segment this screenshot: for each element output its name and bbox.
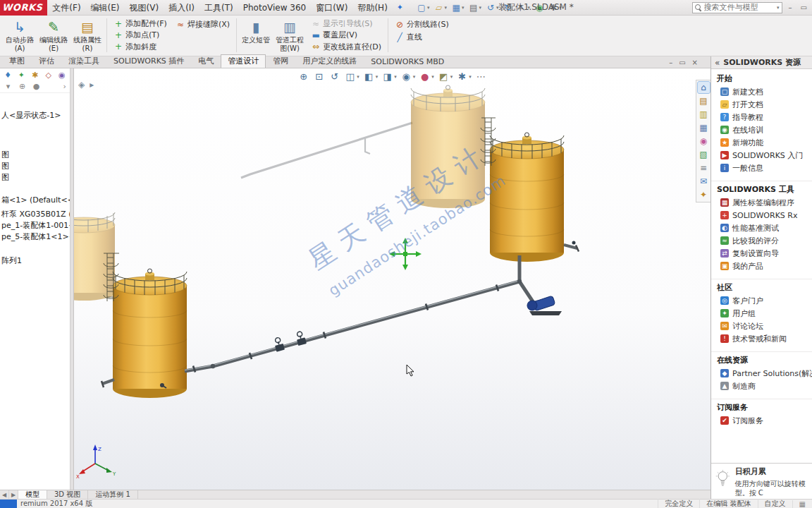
search-box[interactable]: ▾ xyxy=(692,2,782,13)
command-tab[interactable]: SOLIDWORKS MBD xyxy=(364,56,451,68)
ribbon-small-button[interactable]: ⊘ 分割线路(S) xyxy=(393,18,450,30)
menu-item[interactable]: PhotoView 360 xyxy=(238,0,311,16)
command-tab[interactable]: 用户定义的线路 xyxy=(295,54,364,68)
graphics-viewport[interactable]: ◈ ▸ ⊕ ⊡ ↺ ◫ ▾ ◧ xyxy=(74,68,710,490)
ribbon-small-button[interactable]: ▬ 覆盖层(V) xyxy=(309,30,383,40)
doc-minimize-icon[interactable]: – xyxy=(669,59,672,66)
view-palette-icon[interactable]: ▦ xyxy=(698,122,710,133)
ribbon-small-button[interactable]: + 添加配件(F) xyxy=(112,18,168,29)
taskpane-link[interactable]: ◎ 客户门户 xyxy=(711,294,812,307)
feature-tree-item[interactable]: 箱<1> (Default<<Default> xyxy=(0,195,70,206)
ribbon-small-button[interactable]: ≈ 显示引导线(S) xyxy=(309,18,383,29)
ribbon-large-button[interactable]: ▤ 线路属性(R) xyxy=(70,16,104,54)
taskpane-link[interactable]: ⇄ 复制设置向导 xyxy=(711,247,812,260)
taskpane-link[interactable]: ▶ SOLIDWORKS 入门 xyxy=(711,149,812,162)
dropdown-caret-icon[interactable]: ▾ xyxy=(469,74,472,80)
taskpane-link[interactable]: ★ 新增功能 xyxy=(711,136,812,149)
ribbon-large-button[interactable]: ✎ 编辑线路(E) xyxy=(37,16,70,54)
dropdown-caret-icon[interactable]: ▾ xyxy=(413,74,416,80)
command-tab[interactable]: 管道设计 xyxy=(221,54,266,68)
scene-icon[interactable]: ▧ xyxy=(698,149,710,160)
ribbon-small-button[interactable]: ⇔ 更改线路直径(D) xyxy=(309,42,383,52)
heads-up-button[interactable]: ⊡ xyxy=(312,71,326,83)
quick-tool-button[interactable]: ▱ ▾ xyxy=(432,1,450,15)
tab-scroll-left-icon[interactable]: ◀ xyxy=(0,490,9,499)
dropdown-caret-icon[interactable]: ▾ xyxy=(357,74,359,80)
appearances-icon[interactable]: ◉ xyxy=(698,135,710,147)
ribbon-small-button[interactable]: + 添加点(T) xyxy=(112,30,168,40)
heads-up-button[interactable]: ⋯ xyxy=(474,71,488,83)
home-icon[interactable]: ⌂ xyxy=(698,82,710,93)
command-tab[interactable]: 草图 xyxy=(2,54,32,68)
menu-item[interactable]: 插入(I) xyxy=(164,0,199,16)
forum-icon[interactable]: ✉ xyxy=(698,176,710,187)
feature-tree-item[interactable]: 图 xyxy=(0,161,70,172)
pin-tree-icon[interactable]: ● xyxy=(32,82,41,91)
search-caret-icon[interactable]: ▾ xyxy=(777,5,780,11)
menu-pin-icon[interactable]: ✦ xyxy=(393,3,407,12)
panel-splitter[interactable] xyxy=(70,68,74,490)
custom-properties-icon[interactable]: ≡ xyxy=(698,162,710,174)
taskpane-link[interactable]: ▱ 打开文档 xyxy=(711,98,812,111)
featuremanager-tab-icon[interactable]: ♦ xyxy=(4,71,12,80)
expand-panel-icon[interactable]: › xyxy=(63,82,66,91)
heads-up-button[interactable]: ↺ xyxy=(328,71,341,83)
taskpane-link[interactable]: ▢ 新建文档 xyxy=(711,85,812,98)
command-tab[interactable]: 渲染工具 xyxy=(61,54,106,68)
document-tab[interactable]: 模型 xyxy=(18,490,47,499)
flyout-featuremanager-icon[interactable]: ◈ xyxy=(78,80,85,90)
ribbon-large-button[interactable]: ▥ 管道工程图(W) xyxy=(273,16,307,54)
taskpane-link[interactable]: i 一般信息 xyxy=(711,162,812,174)
feature-tree-item[interactable]: 图 xyxy=(0,150,70,161)
propertymanager-tab-icon[interactable]: ✦ xyxy=(17,71,25,80)
taskpane-link[interactable]: ✉ 讨论论坛 xyxy=(711,320,812,332)
taskpane-link[interactable]: ◆ Partner Solutions(解决方案) xyxy=(711,367,812,380)
tab-scroll-right-icon[interactable]: ▶ xyxy=(9,490,18,499)
xpress-icon[interactable]: ✦ xyxy=(698,189,710,200)
menu-item[interactable]: 帮助(H) xyxy=(352,0,392,16)
dropdown-caret-icon[interactable]: ▾ xyxy=(462,5,465,11)
taskpane-link[interactable]: ▦ 属性标签编制程序 xyxy=(711,196,812,209)
feature-tree-item[interactable]: 图 xyxy=(0,172,70,183)
feature-tree-item[interactable]: 人<显示状态-1> xyxy=(0,110,70,121)
command-tab[interactable]: 电气 xyxy=(191,54,221,68)
ribbon-small-button[interactable]: ╱ 直线 xyxy=(393,31,450,43)
ribbon-small-button[interactable]: ≈ 焊接缝隙(X) xyxy=(174,18,231,30)
quick-tool-button[interactable]: ▤ ▾ xyxy=(467,1,484,15)
taskpane-link[interactable]: ! 技术警戒和新闻 xyxy=(711,332,812,345)
restore-window-icon[interactable]: ▭ xyxy=(799,4,809,11)
design-library-icon[interactable]: ▤ xyxy=(698,95,710,107)
dropdown-caret-icon[interactable]: ▾ xyxy=(450,74,453,80)
heads-up-button[interactable]: ⊕ xyxy=(297,71,310,83)
file-explorer-icon[interactable]: ▥ xyxy=(698,109,710,120)
feature-tree-item[interactable]: 杆泵 XG035B01Z (兴达65) xyxy=(0,209,70,220)
search-input[interactable] xyxy=(704,3,774,12)
taskpane-link[interactable]: ◐ 性能基准测试 xyxy=(711,222,812,234)
ribbon-large-button[interactable]: ▮ 定义短管 xyxy=(239,16,273,54)
dropdown-caret-icon[interactable]: ▾ xyxy=(445,5,448,11)
taskpane-link[interactable]: ≈ 比较我的评分 xyxy=(711,234,812,247)
command-tab[interactable]: SOLIDWORKS 插件 xyxy=(106,54,191,68)
heads-up-button[interactable]: ◨ ▾ xyxy=(381,71,398,83)
dropdown-caret-icon[interactable]: ▾ xyxy=(479,5,482,11)
heads-up-button[interactable]: ◉ ▾ xyxy=(400,71,417,83)
command-tab[interactable]: 评估 xyxy=(32,54,61,68)
feature-tree-item[interactable]: pe_1-装配体1-001<1> (默认 xyxy=(0,220,70,231)
zoom-tree-icon[interactable]: ⊕ xyxy=(18,82,27,91)
menu-item[interactable]: 工具(T) xyxy=(199,0,238,16)
dropdown-caret-icon[interactable]: ▾ xyxy=(376,74,379,80)
heads-up-button[interactable]: ✱ ▾ xyxy=(455,71,472,83)
ribbon-small-button[interactable]: + 添加斜度 xyxy=(112,42,168,52)
taskpane-link[interactable]: ▣ 我的产品 xyxy=(711,260,812,272)
dropdown-caret-icon[interactable]: ▾ xyxy=(427,5,430,11)
heads-up-button[interactable]: ◫ ▾ xyxy=(343,71,360,83)
taskpane-link[interactable]: ✦ 用户组 xyxy=(711,307,812,320)
menu-item[interactable]: 文件(F) xyxy=(47,0,85,16)
dimxpertmanager-tab-icon[interactable]: ◇ xyxy=(44,71,53,80)
feature-tree-item[interactable]: 阵列1 xyxy=(0,255,70,267)
menu-item[interactable]: 编辑(E) xyxy=(86,0,125,16)
taskpane-link[interactable]: ? 指导教程 xyxy=(711,111,812,123)
heads-up-button[interactable]: ◧ ▾ xyxy=(362,71,379,83)
heads-up-button[interactable]: ● ▾ xyxy=(418,71,435,83)
menu-item[interactable]: 视图(V) xyxy=(125,0,164,16)
